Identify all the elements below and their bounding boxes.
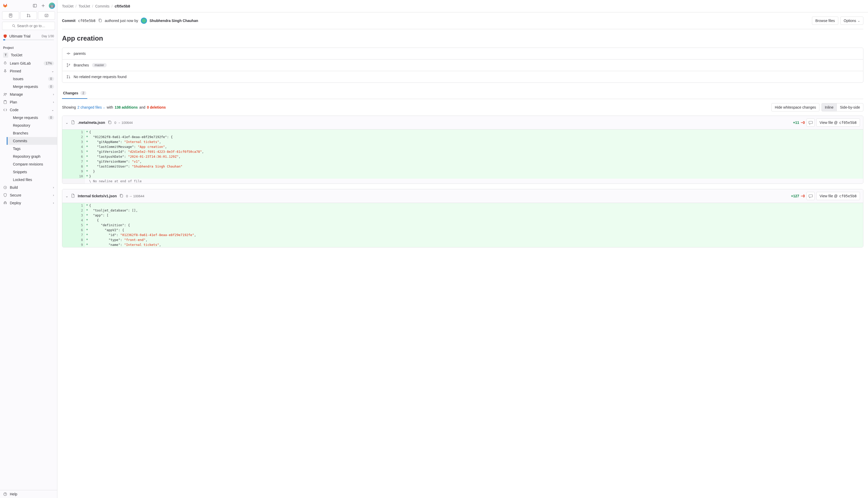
line-number-new: 1 bbox=[73, 203, 85, 208]
diff-line[interactable]: 9+ } bbox=[62, 169, 863, 174]
svg-point-21 bbox=[67, 77, 68, 78]
sidebar-item-deploy[interactable]: Deploy › bbox=[0, 199, 57, 207]
diff-line[interactable]: 7+ "id": "012362f8-0a61-41ef-8eaa-e8f29e… bbox=[62, 233, 863, 237]
diff-body: 1+{2+ "tooljet_database": [],3+ "app": [… bbox=[62, 203, 863, 247]
view-file-button[interactable]: View file @ cf05e5b8 bbox=[816, 118, 860, 127]
gitlab-logo-icon[interactable] bbox=[2, 3, 8, 9]
side-by-side-button[interactable]: Side-by-side bbox=[837, 103, 863, 112]
diff-line[interactable]: 8+ "lastCommitUser": "Shubhendra Singh C… bbox=[62, 164, 863, 169]
sidebar-tab-todo-icon[interactable] bbox=[38, 11, 55, 19]
sidebar-item-build[interactable]: Build › bbox=[0, 184, 57, 191]
sidebar-item-compare[interactable]: Compare revisions bbox=[7, 160, 57, 168]
comment-button[interactable] bbox=[806, 118, 815, 127]
file-name[interactable]: Internal tickets/v1.json bbox=[78, 194, 117, 198]
author-name[interactable]: Shubhendra Singh Chauhan bbox=[150, 18, 198, 23]
line-number-old bbox=[62, 227, 73, 233]
diff-code: "name": "Internal tickets", bbox=[89, 242, 863, 247]
svg-point-22 bbox=[69, 77, 70, 78]
trial-row[interactable]: Ultimate Trial Day 1/30 bbox=[3, 34, 54, 38]
file-name[interactable]: .meta/meta.json bbox=[78, 120, 105, 124]
sidebar-item-code[interactable]: Code ⌄ bbox=[0, 106, 57, 114]
diff-line[interactable]: 6+ "lastpushDate": "2024-01-23T14:36:01.… bbox=[62, 154, 863, 159]
clipboard-icon bbox=[3, 100, 7, 104]
comment-button[interactable] bbox=[806, 192, 815, 200]
diff-line[interactable]: 1+{ bbox=[62, 130, 863, 134]
sidebar-item-project[interactable]: T ToolJet bbox=[0, 51, 57, 60]
additions-count: 138 additions bbox=[115, 105, 138, 109]
diff-line[interactable]: 4+ "lastCommitMessage": "App creation", bbox=[62, 144, 863, 149]
hide-whitespace-button[interactable]: Hide whitespace changes bbox=[771, 103, 819, 112]
sidebar-item-commits[interactable]: Commits bbox=[7, 137, 57, 145]
diff-line[interactable]: 2+ "012362f8-0a61-41ef-8eaa-e8f29e7192fe… bbox=[62, 134, 863, 139]
author-avatar[interactable] bbox=[141, 17, 147, 24]
branch-chip[interactable]: master bbox=[92, 63, 107, 67]
collapse-file-icon[interactable]: ⌄ bbox=[65, 120, 68, 124]
copy-path-icon[interactable] bbox=[108, 120, 112, 125]
diff-line[interactable]: 5+ "definition": { bbox=[62, 223, 863, 227]
sidebar-item-repository[interactable]: Repository bbox=[7, 121, 57, 129]
diff-line[interactable]: 1+{ bbox=[62, 203, 863, 208]
view-file-sha: cf05e5b8 bbox=[839, 120, 857, 124]
user-avatar[interactable]: 🤖 bbox=[49, 3, 55, 9]
sidebar-item-learn-gitlab[interactable]: Learn GitLab 17% bbox=[0, 60, 57, 67]
diff-line[interactable]: 6+ "appV2": { bbox=[62, 227, 863, 233]
line-number-new: 1 bbox=[73, 130, 85, 134]
collapse-file-icon[interactable]: ⌄ bbox=[65, 194, 68, 198]
sidebar-tab-issues-icon[interactable] bbox=[2, 11, 19, 19]
sidebar-item-help[interactable]: Help bbox=[0, 490, 57, 498]
svg-point-20 bbox=[67, 75, 68, 76]
sidebar-item-issues[interactable]: Issues 0 bbox=[7, 75, 57, 83]
collapse-sidebar-icon[interactable] bbox=[31, 2, 39, 9]
changed-files-dropdown[interactable]: 2 changed files ⌄ bbox=[78, 105, 105, 109]
sidebar-item-code-mr[interactable]: Merge requests 0 bbox=[7, 114, 57, 121]
browse-files-button[interactable]: Browse files bbox=[812, 16, 838, 25]
sidebar-item-tags[interactable]: Tags bbox=[7, 145, 57, 153]
diff-line[interactable]: 5+ "gitVersionId": "d2d1e5e2-f691-4223-8… bbox=[62, 149, 863, 154]
sidebar-item-repo-graph[interactable]: Repository graph bbox=[7, 153, 57, 160]
diff-line[interactable]: 9+ "name": "Internal tickets", bbox=[62, 242, 863, 247]
diff-line[interactable]: 4+ { bbox=[62, 218, 863, 223]
sidebar-item-merge-requests[interactable]: Merge requests 0 bbox=[7, 83, 57, 91]
svg-point-9 bbox=[4, 93, 5, 95]
search-input[interactable]: Search or go to… bbox=[2, 22, 55, 30]
meta-parents-row: parents bbox=[62, 48, 863, 60]
file-additions: +11 bbox=[793, 120, 799, 124]
diff-line[interactable]: 2+ "tooljet_database": [], bbox=[62, 208, 863, 213]
copy-path-icon[interactable] bbox=[119, 194, 123, 199]
breadcrumb-0[interactable]: ToolJet bbox=[62, 4, 73, 8]
plus-icon[interactable] bbox=[40, 2, 47, 9]
search-icon bbox=[12, 24, 15, 28]
diff-line[interactable]: 10+} bbox=[62, 174, 863, 179]
diff-line[interactable]: 7+ "gitVersionName": "v1", bbox=[62, 159, 863, 164]
view-file-button[interactable]: View file @ cf05e5b8 bbox=[816, 192, 860, 200]
svg-point-3 bbox=[27, 14, 28, 15]
tab-changes[interactable]: Changes 2 bbox=[62, 88, 87, 99]
plan-label: Plan bbox=[10, 100, 17, 104]
diff-line[interactable]: \ No newline at end of file bbox=[62, 179, 863, 184]
sidebar-item-branches[interactable]: Branches bbox=[7, 129, 57, 137]
breadcrumb-2[interactable]: Commits bbox=[95, 4, 110, 8]
line-number-old bbox=[62, 154, 73, 159]
sidebar-item-manage[interactable]: Manage › bbox=[0, 91, 57, 98]
sidebar-item-pinned[interactable]: Pinned ⌄ bbox=[0, 67, 57, 75]
diff-line[interactable]: 3+ "gitAppName": "Internal tickets", bbox=[62, 139, 863, 144]
line-number-new: 3 bbox=[73, 139, 85, 144]
deletions-count: 0 deletions bbox=[147, 105, 166, 109]
options-button[interactable]: Options ⌄ bbox=[840, 16, 863, 25]
sidebar-item-snippets[interactable]: Snippets bbox=[7, 168, 57, 176]
sidebar-item-secure[interactable]: Secure › bbox=[0, 191, 57, 199]
inline-button[interactable]: Inline bbox=[822, 103, 837, 112]
breadcrumb-1[interactable]: ToolJet bbox=[79, 4, 90, 8]
no-mr-label: No related merge requests found bbox=[73, 75, 126, 79]
sidebar-tab-mr-icon[interactable] bbox=[20, 11, 37, 19]
sidebar-item-plan[interactable]: Plan › bbox=[0, 98, 57, 106]
diff-line[interactable]: 3+ "app": [ bbox=[62, 213, 863, 218]
meta-branches-row: Branches master bbox=[62, 60, 863, 71]
line-number-old bbox=[62, 139, 73, 144]
copy-sha-icon[interactable] bbox=[98, 18, 102, 23]
diff-file-header: ⌄ .meta/meta.json 0 → 100644 +11 −0 View… bbox=[62, 116, 863, 130]
line-number-old bbox=[62, 223, 73, 227]
sidebar-item-locked-files[interactable]: Locked files bbox=[7, 176, 57, 184]
diff-line[interactable]: 8+ "type": "front-end", bbox=[62, 237, 863, 242]
line-number-old bbox=[62, 149, 73, 154]
